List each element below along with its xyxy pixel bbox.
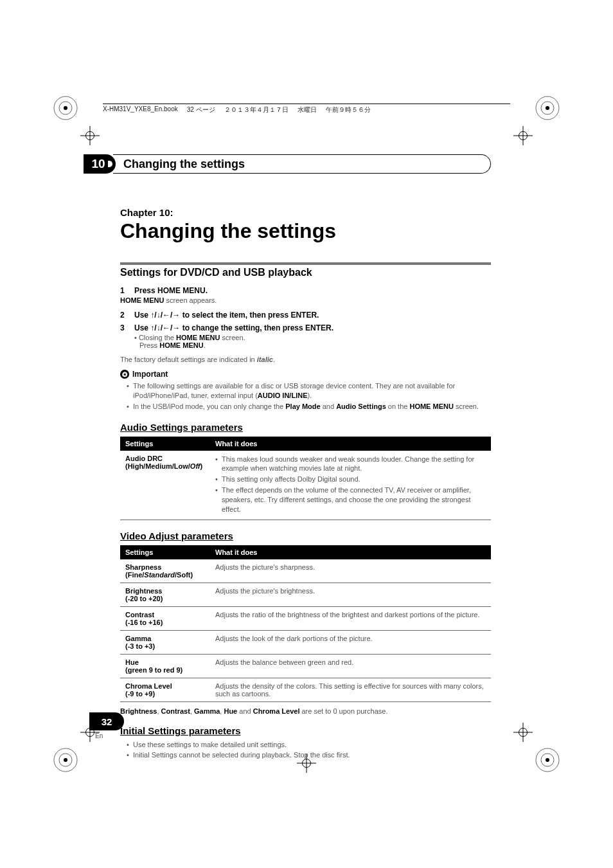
chapter-label: Chapter 10: bbox=[120, 207, 491, 218]
factory-default-note: The factory default settings are indicat… bbox=[120, 356, 491, 363]
table-row: Gamma(-3 to +3) Adjusts the look of the … bbox=[120, 630, 491, 654]
step-3: 3Use ↑/↓/←/→ to change the setting, then… bbox=[120, 323, 491, 332]
video-adjust-table: Settings What it does Sharpness (Fine/St… bbox=[120, 545, 491, 702]
initial-settings-bullet: Use these settings to make detailed unit… bbox=[127, 740, 491, 750]
initial-settings-title: Initial Settings parameters bbox=[120, 725, 491, 736]
step-1: 1Press HOME MENU. bbox=[120, 286, 491, 295]
step-3-sub-line: Press HOME MENU. bbox=[139, 341, 491, 349]
table-row: Audio DRC (High/Medium/Low/Off) This mak… bbox=[120, 451, 491, 520]
initial-settings-bullet: Initial Settings cannot be selected duri… bbox=[127, 750, 491, 760]
crosshair-icon bbox=[80, 126, 100, 145]
crosshair-icon bbox=[513, 723, 533, 742]
table-header: Settings bbox=[120, 437, 210, 451]
table-row: Hue(green 9 to red 9) Adjusts the balanc… bbox=[120, 654, 491, 678]
page-title: Changing the settings bbox=[120, 219, 491, 243]
step-2: 2Use ↑/↓/←/→ to select the item, then pr… bbox=[120, 311, 491, 320]
svg-point-8 bbox=[64, 758, 67, 762]
header-time: 午前９時５６分 bbox=[326, 105, 371, 114]
audio-settings-table: Settings What it does Audio DRC (High/Me… bbox=[120, 437, 491, 520]
important-header: ✪ Important bbox=[120, 370, 491, 379]
table-row: Brightness(-20 to +20) Adjusts the pictu… bbox=[120, 583, 491, 606]
registration-mark-icon bbox=[535, 747, 560, 773]
svg-point-2 bbox=[64, 106, 67, 110]
video-adjust-note: Brightness, Contrast, Gamma, Hue and Chr… bbox=[120, 707, 491, 715]
video-adjust-title: Video Adjust parameters bbox=[120, 530, 491, 541]
page-language: En bbox=[95, 732, 103, 739]
chapter-bar: 10 Changing the settings bbox=[84, 154, 491, 174]
important-bullet: The following settings are available for… bbox=[127, 381, 491, 401]
header-pageinfo: 32 ページ bbox=[187, 105, 215, 114]
crosshair-icon bbox=[513, 126, 533, 145]
important-bullet: In the USB/iPod mode, you can only chang… bbox=[127, 402, 491, 411]
step-1-subtext: HOME MENU screen appears. bbox=[120, 296, 491, 304]
table-row: Contrast(-16 to +16) Adjusts the ratio o… bbox=[120, 606, 491, 630]
header-weekday: 水曜日 bbox=[298, 105, 317, 114]
svg-point-5 bbox=[546, 106, 549, 110]
registration-mark-icon bbox=[535, 95, 560, 121]
step-3-sub-bullet: Closing the HOME MENU screen. bbox=[134, 334, 491, 341]
registration-mark-icon bbox=[53, 747, 78, 773]
header-filename: X-HM31V_YXE8_En.book bbox=[103, 105, 178, 114]
svg-point-11 bbox=[546, 758, 549, 762]
table-row: Chroma Level(-9 to +9) Adjusts the densi… bbox=[120, 678, 491, 701]
registration-mark-icon bbox=[53, 95, 78, 121]
print-header: X-HM31V_YXE8_En.book 32 ページ ２０１３年４月１７日 水… bbox=[103, 104, 510, 114]
section-title: Settings for DVD/CD and USB playback bbox=[120, 267, 491, 278]
table-header: Settings bbox=[120, 545, 210, 559]
chapter-bar-title: Changing the settings bbox=[123, 158, 245, 171]
header-date: ２０１３年４月１７日 bbox=[224, 105, 289, 114]
table-row: Sharpness (Fine/Standard/Soft) Adjusts t… bbox=[120, 559, 491, 583]
page-number-badge: 32 bbox=[89, 712, 124, 730]
important-icon: ✪ bbox=[120, 370, 129, 379]
table-header: What it does bbox=[210, 545, 491, 559]
table-header: What it does bbox=[210, 437, 491, 451]
content-area: Chapter 10: Changing the settings Settin… bbox=[120, 207, 491, 761]
audio-settings-title: Audio Settings parameters bbox=[120, 422, 491, 433]
